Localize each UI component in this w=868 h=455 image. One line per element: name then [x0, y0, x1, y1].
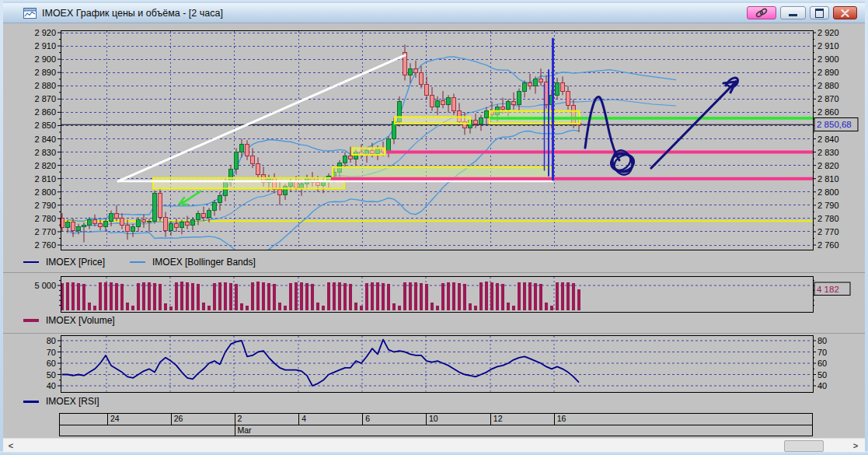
- legend-label: IMOEX [Price]: [46, 257, 105, 268]
- svg-text:40: 40: [47, 381, 56, 390]
- svg-text:60: 60: [817, 359, 827, 368]
- legend-label: IMOEX [RSI]: [46, 396, 99, 407]
- volume-legend: IMOEX [Volume]: [23, 314, 115, 327]
- volume-series[interactable]: [61, 282, 580, 310]
- price-legend: IMOEX [Price]IMOEX [Bollinger Bands]: [23, 256, 256, 268]
- legend-label: IMOEX [Bollinger Bands]: [152, 257, 256, 268]
- svg-text:2 770: 2 770: [34, 227, 56, 236]
- svg-text:2 830: 2 830: [817, 148, 839, 157]
- legend-line-swatch: [23, 401, 39, 403]
- imoex-chart-window: 2 9202 9202 9102 9102 9002 9002 8902 890…: [0, 0, 868, 455]
- svg-text:2 840: 2 840: [34, 135, 56, 144]
- svg-text:2 760: 2 760: [817, 240, 839, 250]
- svg-text:2 900: 2 900: [817, 54, 839, 64]
- svg-text:2 760: 2 760: [34, 240, 56, 250]
- svg-text:2 830: 2 830: [34, 148, 56, 157]
- svg-text:2 920: 2 920: [817, 28, 839, 37]
- close-button[interactable]: [833, 6, 857, 19]
- legend-line-swatch: [130, 261, 145, 263]
- legend-line-swatch: [23, 319, 39, 322]
- legend-line-swatch: [23, 261, 39, 263]
- svg-text:2 850: 2 850: [34, 121, 56, 130]
- close-x-icon: [841, 9, 849, 17]
- legend-item: IMOEX [RSI]: [23, 396, 99, 407]
- svg-text:80: 80: [817, 336, 827, 345]
- svg-text:2 890: 2 890: [817, 68, 839, 77]
- chain-link-icon: [755, 8, 769, 18]
- svg-text:2 800: 2 800: [34, 187, 56, 197]
- svg-text:2 910: 2 910: [34, 41, 56, 51]
- line-chart-window-icon: [23, 8, 37, 19]
- scroll-right-arrow-icon[interactable]: >: [849, 439, 862, 452]
- svg-text:2 860: 2 860: [34, 107, 56, 117]
- window-frame-left: [0, 0, 3, 455]
- section-separators: [3, 273, 865, 334]
- svg-text:2 880: 2 880: [817, 81, 839, 90]
- svg-text:2 800: 2 800: [817, 187, 839, 197]
- scrollbar-thumb[interactable]: [784, 440, 824, 452]
- svg-text:5 000: 5 000: [34, 281, 56, 290]
- date-cell: [60, 414, 107, 425]
- svg-text:2 790: 2 790: [817, 201, 839, 210]
- date-cell: 12: [490, 414, 554, 425]
- svg-text:2 910: 2 910: [817, 41, 839, 51]
- svg-text:2 820: 2 820: [34, 161, 56, 170]
- highlight-zones[interactable]: [153, 111, 580, 189]
- date-cell: 4: [298, 414, 362, 425]
- svg-text:2 810: 2 810: [817, 174, 839, 184]
- svg-text:2 790: 2 790: [34, 201, 56, 210]
- minimize-icon: [789, 14, 797, 16]
- svg-text:2 840: 2 840: [817, 135, 839, 144]
- window-frame-right: [865, 0, 868, 455]
- date-cell: 10: [426, 414, 490, 425]
- chart-canvas[interactable]: 2 9202 9202 9102 9102 9002 9002 8902 890…: [0, 0, 868, 455]
- legend-item: IMOEX [Price]: [23, 257, 105, 268]
- date-cell: 6: [362, 414, 426, 425]
- legend-item: IMOEX [Volume]: [23, 315, 115, 326]
- rsi-legend: IMOEX [RSI]: [23, 395, 99, 408]
- window-controls: [747, 6, 857, 19]
- minimize-button[interactable]: [780, 6, 806, 19]
- titlebar[interactable]: IMOEX График цены и объёма - [2 часа]: [3, 3, 865, 23]
- date-cell: 16: [554, 414, 812, 425]
- legend-label: IMOEX [Volume]: [46, 315, 115, 326]
- svg-text:2 900: 2 900: [34, 54, 56, 64]
- horizontal-scrollbar[interactable]: < >: [3, 438, 865, 452]
- svg-text:2 880: 2 880: [34, 81, 56, 90]
- scroll-left-arrow-icon[interactable]: <: [5, 439, 17, 452]
- svg-text:2 780: 2 780: [34, 214, 56, 223]
- svg-text:2 890: 2 890: [34, 68, 56, 77]
- restore-button[interactable]: [810, 6, 829, 19]
- svg-text:50: 50: [817, 370, 827, 380]
- svg-text:2 860: 2 860: [817, 107, 839, 117]
- svg-text:70: 70: [817, 348, 827, 357]
- legend-item: IMOEX [Bollinger Bands]: [130, 257, 256, 268]
- rsi-series[interactable]: [62, 340, 579, 386]
- svg-text:70: 70: [47, 348, 56, 357]
- date-cell: 26: [171, 414, 235, 425]
- svg-text:2 810: 2 810: [34, 174, 56, 184]
- svg-text:4 182: 4 182: [817, 285, 839, 294]
- svg-text:2 870: 2 870: [34, 94, 56, 103]
- month-cell: [60, 425, 235, 436]
- svg-text:2 770: 2 770: [817, 227, 839, 236]
- svg-text:2 920: 2 920: [34, 28, 56, 37]
- time-axis-days-row: 2426246101216: [60, 414, 812, 425]
- date-cell: 2: [235, 414, 299, 425]
- time-axis-month-row: Mar: [60, 425, 812, 436]
- date-cell: 24: [107, 414, 171, 425]
- window-title: IMOEX График цены и объёма - [2 часа]: [42, 8, 223, 19]
- svg-text:2 870: 2 870: [817, 94, 839, 103]
- svg-text:80: 80: [47, 336, 56, 345]
- time-axis: 2426246101216 Mar: [59, 413, 813, 436]
- restore-icon: [815, 9, 824, 18]
- svg-text:60: 60: [47, 359, 56, 368]
- price-grid: [61, 31, 812, 249]
- svg-text:2 850,68: 2 850,68: [817, 120, 852, 129]
- svg-text:40: 40: [817, 381, 827, 390]
- svg-text:50: 50: [47, 370, 56, 380]
- month-cell: Mar: [235, 425, 812, 436]
- candlestick-series[interactable]: [61, 44, 581, 242]
- link-button[interactable]: [747, 6, 776, 19]
- panel-borders: [61, 30, 813, 393]
